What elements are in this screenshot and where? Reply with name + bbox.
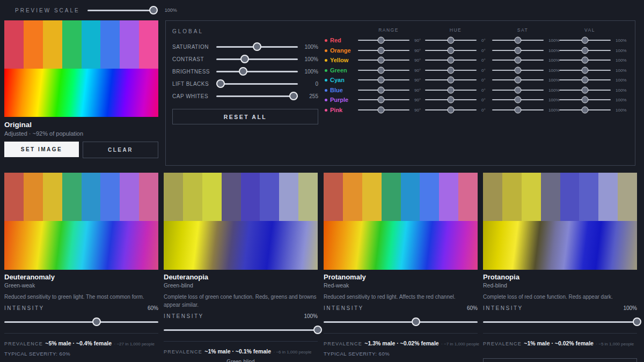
slider-handle[interactable] [515, 37, 522, 44]
slider-handle[interactable] [378, 107, 385, 114]
lift-blacks-slider[interactable] [216, 79, 298, 88]
reset-all-button[interactable]: RESET ALL [172, 109, 318, 124]
range-slider[interactable] [358, 47, 409, 54]
slider-handle[interactable] [448, 57, 455, 64]
slider-handle[interactable] [448, 77, 455, 84]
cap-whites-slider[interactable] [216, 92, 298, 100]
slider-handle[interactable] [378, 77, 385, 84]
sat-slider[interactable] [492, 86, 544, 94]
sat-slider[interactable] [492, 56, 544, 64]
slider-handle[interactable] [515, 67, 522, 74]
range-slider[interactable] [358, 36, 409, 44]
slider-handle[interactable] [378, 37, 385, 44]
set-image-button[interactable]: SET IMAGE [4, 142, 79, 157]
slider-handle[interactable] [582, 107, 589, 114]
slider-handle[interactable] [448, 97, 455, 104]
range-slider[interactable] [358, 56, 409, 64]
brightness-slider[interactable] [216, 67, 298, 76]
val-slider[interactable] [559, 106, 611, 114]
slider-handle[interactable] [448, 47, 455, 54]
slider-handle[interactable] [378, 57, 385, 64]
slider-handle[interactable] [448, 67, 455, 74]
slider-handle[interactable] [582, 87, 589, 94]
range-value: 90° [409, 48, 425, 53]
hue-slider[interactable] [425, 76, 477, 84]
slider-handle[interactable] [378, 47, 385, 54]
slider-handle[interactable] [378, 87, 385, 94]
slider-handle[interactable] [289, 92, 298, 100]
slider-handle[interactable] [515, 47, 522, 54]
intensity-slider[interactable] [164, 326, 318, 334]
slider-handle[interactable] [149, 6, 158, 14]
slider-handle[interactable] [582, 97, 589, 104]
hue-slider[interactable] [425, 106, 477, 114]
val-slider[interactable] [559, 76, 611, 84]
val-slider[interactable] [559, 47, 611, 54]
clear-button[interactable]: CLEAR [83, 142, 158, 158]
hue-slider[interactable] [425, 96, 477, 104]
slider-handle[interactable] [582, 77, 589, 84]
range-slider[interactable] [358, 76, 409, 84]
val-slider[interactable] [559, 56, 611, 64]
channel-label: Blue [325, 87, 358, 93]
hue-slider[interactable] [425, 47, 477, 54]
sat-slider[interactable] [492, 36, 544, 44]
range-slider[interactable] [358, 96, 409, 104]
slider-handle[interactable] [633, 317, 641, 326]
original-preview-image [4, 20, 158, 117]
swatch [100, 20, 120, 69]
slider-handle[interactable] [412, 317, 420, 326]
range-value: 90° [409, 108, 425, 113]
slider-handle[interactable] [240, 55, 249, 63]
sat-slider[interactable] [492, 76, 544, 84]
slider-handle[interactable] [216, 79, 225, 88]
card-subtitle: Green-blind [164, 282, 318, 289]
preview-scale-slider[interactable] [87, 6, 157, 14]
slider-handle[interactable] [448, 107, 455, 114]
slider-handle[interactable] [448, 37, 455, 44]
card-footer-button[interactable] [483, 358, 637, 362]
slider-handle[interactable] [515, 97, 522, 104]
slider-handle[interactable] [378, 67, 385, 74]
range-slider[interactable] [358, 106, 409, 114]
slider-track [216, 95, 298, 97]
slider-handle[interactable] [515, 107, 522, 114]
card-footer-label[interactable]: Green-blind [164, 359, 318, 362]
val-slider[interactable] [559, 36, 611, 44]
slider-handle[interactable] [92, 317, 101, 326]
slider-handle[interactable] [582, 67, 589, 74]
slider-handle[interactable] [313, 326, 322, 334]
swatch [260, 173, 279, 221]
range-slider[interactable] [358, 86, 409, 94]
hue-slider[interactable] [425, 86, 477, 94]
range-slider[interactable] [358, 67, 409, 74]
hue-slider[interactable] [425, 56, 477, 64]
intensity-slider[interactable] [483, 317, 637, 326]
slider-handle[interactable] [515, 57, 522, 64]
val-slider[interactable] [559, 96, 611, 104]
val-slider[interactable] [559, 86, 611, 94]
slider-handle[interactable] [515, 87, 522, 94]
sat-slider[interactable] [492, 106, 544, 114]
slider-handle[interactable] [582, 47, 589, 54]
slider-handle[interactable] [582, 57, 589, 64]
val-slider[interactable] [559, 67, 611, 74]
slider-handle[interactable] [378, 97, 385, 104]
saturation-slider[interactable] [216, 42, 298, 51]
slider-handle[interactable] [239, 67, 247, 76]
slider-handle[interactable] [448, 87, 455, 94]
sat-slider[interactable] [492, 67, 544, 74]
intensity-slider[interactable] [4, 317, 158, 326]
sat-slider[interactable] [492, 47, 544, 54]
hue-slider[interactable] [425, 36, 477, 44]
hue-slider[interactable] [425, 67, 477, 74]
intensity-slider[interactable] [324, 317, 478, 326]
contrast-slider[interactable] [216, 55, 298, 63]
slider-handle[interactable] [515, 77, 522, 84]
swatch [24, 173, 43, 221]
slider-handle[interactable] [253, 42, 261, 51]
gradient-strip [4, 221, 158, 270]
slider-handle[interactable] [582, 37, 589, 44]
prevalence-line: PREVALENCE ~1.3% male · ~0.02% female · … [324, 338, 478, 348]
sat-slider[interactable] [492, 96, 544, 104]
